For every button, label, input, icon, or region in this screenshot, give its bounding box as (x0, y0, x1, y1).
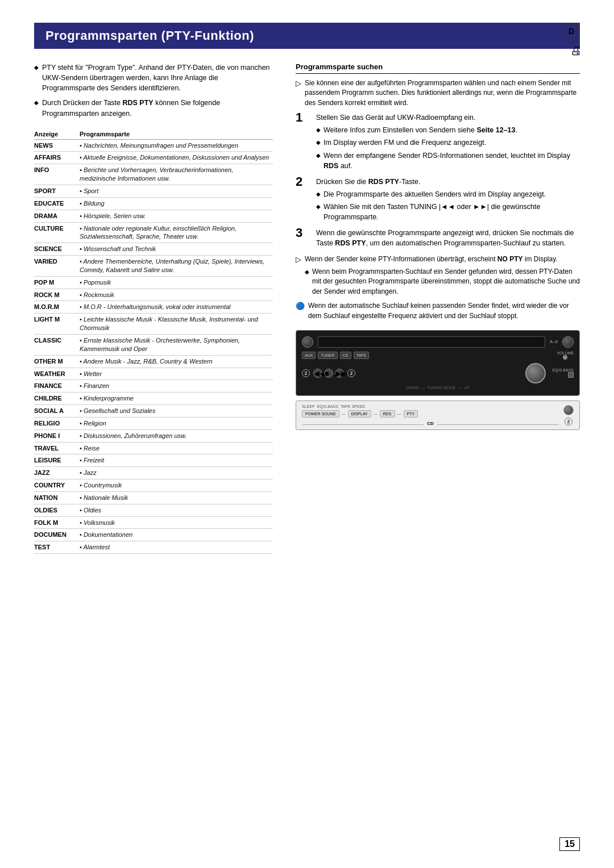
row-anzeige: FOLK M (34, 516, 80, 529)
row-anzeige: M.O.R.M (34, 301, 80, 314)
row-beschreibung: • Hörspiele, Serien usw. (80, 210, 273, 222)
row-beschreibung: • Gesellschaft und Soziales (80, 405, 273, 418)
d-icon: D (563, 23, 580, 40)
intro-section: ◆ PTY steht für "Program Type". Anhand d… (34, 62, 273, 119)
row-anzeige: TRAVEL (34, 442, 80, 454)
step-1-bullet-2: ◆ Im Display werden FM und die Frequenz … (316, 137, 580, 148)
row-beschreibung: • Andere Themenbereiche, Unterhaltung (Q… (80, 256, 273, 277)
row-beschreibung: • Dokumentationen (80, 529, 273, 541)
row-anzeige: RELIGIO (34, 417, 80, 429)
step-2-content: Drücken Sie die RDS PTY-Taste. ◆ Die Pro… (316, 177, 580, 223)
printer-icon: 🖨 (570, 44, 582, 57)
intro-text-2: Durch Drücken der Taste RDS PTY können S… (42, 98, 273, 118)
device-big-knob (525, 363, 546, 383)
row-beschreibung: • Berichte und Vorhersagen, Verbraucheri… (80, 164, 273, 185)
row-beschreibung: • Rockmusik (80, 289, 273, 301)
device-volume-label: VOLUME (557, 351, 574, 355)
row-beschreibung: • Reise (80, 442, 273, 454)
step-1-number: 1 (296, 111, 312, 124)
row-beschreibung: • Popmusik (80, 276, 273, 289)
table-row: LIGHT M• Leichte klassische Musik - Klas… (34, 314, 273, 335)
table-row: M.O.R.M• M.O.R - Unterhaltungsmusik, vok… (34, 301, 273, 314)
step-2-bullet-2: ◆ Wählen Sie mit den Tasten TUNING |◄◄ o… (316, 202, 580, 222)
table-row: AFFAIRS• Aktuelle Ereignisse, Dokumentat… (34, 152, 273, 164)
step-3-number: 3 (296, 227, 312, 239)
table-row: PHONE I• Diskussionen, Zuhörerumfragen u… (34, 429, 273, 442)
intro-bullet-2: ◆ Durch Drücken der Taste RDS PTY können… (34, 98, 273, 118)
row-anzeige: WEATHER (34, 368, 80, 380)
table-row: RELIGIO• Religion (34, 417, 273, 429)
table-row: CLASSIC• Ernste klassische Musik - Orche… (34, 334, 273, 355)
row-anzeige: INFO (34, 164, 80, 185)
table-row: POP M• Popmusik (34, 276, 273, 289)
row-beschreibung: • Countrymusik (80, 479, 273, 492)
table-row: SOCIAL A• Gesellschaft und Soziales (34, 405, 273, 418)
row-anzeige: OLDIES (34, 504, 80, 516)
remote-display-btn: DISPLAY (348, 410, 371, 418)
bullet-d4: ◆ (316, 190, 321, 199)
table-row: CULTURE• Nationale oder regionale Kultur… (34, 222, 273, 243)
intro-bullet-1: ◆ PTY steht für "Program Type". Anhand d… (34, 62, 273, 93)
row-anzeige: TEST (34, 541, 80, 554)
info-icon: 🔵 (296, 301, 305, 312)
device-display (318, 336, 545, 348)
section-heading: Programmsparte suchen (296, 62, 580, 74)
device-eq-label: EQ/S.BASS (553, 368, 574, 372)
remote-eqbass-label: EQ/S.BASS (317, 404, 338, 408)
step-2-number: 2 (296, 176, 312, 188)
remote-divider (302, 424, 424, 425)
main-layout: ◆ PTY steht für "Program Type". Anhand d… (34, 62, 580, 554)
remote-knob (563, 405, 574, 415)
row-anzeige: FINANCE (34, 380, 80, 393)
remote-sleep-label: SLEEP (302, 404, 315, 408)
table-row: CHILDRE• Kinderprogramme (34, 393, 273, 405)
remote-num: 2 (565, 418, 572, 425)
row-beschreibung: • Aktuelle Ereignisse, Dokumentationen, … (80, 152, 273, 164)
note-intro: ▷ Sie können eine der aufgeführten Progr… (296, 78, 580, 108)
bullet-diamond-1: ◆ (34, 64, 39, 72)
row-anzeige: LEISURE (34, 454, 80, 467)
intro-text-1: PTY steht für "Program Type". Anhand der… (42, 62, 273, 93)
table-row: ROCK M• Rockmusik (34, 289, 273, 301)
row-anzeige: AFFAIRS (34, 152, 80, 164)
device-tape-btn: TAPE (354, 352, 370, 359)
row-beschreibung: • Alarmtest (80, 541, 273, 554)
remote-powersound-btn: POWER SOUND (302, 410, 339, 418)
page-title: Programmsparten (PTY-Funktion) (34, 23, 580, 49)
row-beschreibung: • Diskussionen, Zuhörerumfragen usw. (80, 429, 273, 442)
bullet-d2: ◆ (316, 139, 321, 147)
step-3: 3 Wenn die gewünschte Programmsparte ang… (296, 228, 580, 248)
table-row: FOLK M• Volksmusik (34, 516, 273, 529)
row-anzeige: CULTURE (34, 222, 80, 243)
warn-bullet-1: ◆ Wenn beim Programmsparten-Suchlauf ein… (305, 267, 580, 297)
row-anzeige: SPORT (34, 185, 80, 198)
step-1-bullet-1: ◆ Weitere Infos zum Einstellen von Sende… (316, 125, 580, 135)
row-beschreibung: • Sport (80, 185, 273, 198)
device-knob-left (302, 336, 313, 348)
table-row: NEWS• Nachrichten, Meinungsumfragen und … (34, 139, 273, 152)
row-beschreibung: • Bildung (80, 197, 273, 210)
device-num-right: 2 (347, 369, 355, 377)
device-cd-btn: CD (340, 352, 351, 359)
device-aux-btn: AUX (302, 352, 316, 359)
step-1-content: Stellen Sie das Gerät auf UKW-Radioempfa… (316, 112, 580, 171)
row-beschreibung: • Andere Musik - Jazz, R&B, Country & We… (80, 355, 273, 368)
device-volume-indicator (563, 355, 567, 360)
bullet-d3: ◆ (316, 152, 321, 160)
row-anzeige: EDUCATE (34, 197, 80, 210)
table-row: EDUCATE• Bildung (34, 197, 273, 210)
table-row: OLDIES• Oldies (34, 504, 273, 516)
row-anzeige: SOCIAL A (34, 405, 80, 418)
row-anzeige: COUNTRY (34, 479, 80, 492)
note-text-1: Sie können eine der aufgeführten Program… (305, 78, 580, 108)
table-row: JAZZ• Jazz (34, 467, 273, 479)
arrow-icon-2: ▷ (296, 254, 301, 265)
remote-panel: SLEEP EQ/S.BASS TAPE SPEED POWER SOUND —… (296, 400, 580, 430)
page-number: 15 (559, 837, 580, 851)
row-beschreibung: • Ernste klassische Musik - Orchesterwer… (80, 334, 273, 355)
device-prev-btn: ◀◀ (313, 369, 322, 378)
row-anzeige: NATION (34, 491, 80, 504)
step-1-text: Stellen Sie das Gerät auf UKW-Radioempfa… (316, 114, 475, 122)
row-anzeige: CHILDRE (34, 393, 80, 405)
step-1-bullet-3: ◆ Wenn der empfangene Sender RDS-Informa… (316, 151, 580, 171)
